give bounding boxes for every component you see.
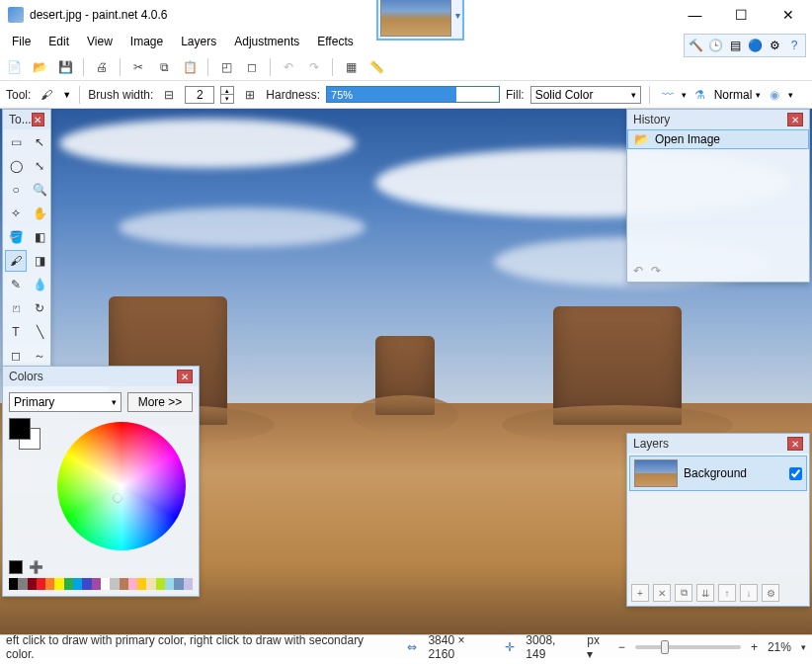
paint-bucket-tool[interactable]: 🪣: [5, 226, 27, 248]
layer-visibility-checkbox[interactable]: [789, 467, 802, 480]
text-tool[interactable]: T: [5, 321, 27, 343]
hardness-slider[interactable]: 75%: [326, 86, 500, 103]
rectangle-select-tool[interactable]: ▭: [5, 131, 27, 153]
zoom-slider[interactable]: [635, 645, 741, 649]
palette-swatch[interactable]: [156, 578, 165, 590]
gradient-tool[interactable]: ◧: [29, 226, 50, 248]
color-palette[interactable]: [9, 578, 193, 590]
paste-icon[interactable]: 📋: [180, 57, 200, 77]
layers-window-toggle[interactable]: ▤: [726, 37, 744, 54]
menu-effects[interactable]: Effects: [309, 33, 361, 50]
layer-properties-icon[interactable]: ⚙: [762, 584, 779, 602]
zoom-tool[interactable]: 🔍: [29, 179, 50, 201]
move-selection-tool[interactable]: ⤡: [29, 155, 50, 177]
current-tool-icon[interactable]: 🖌: [37, 85, 56, 105]
palette-swatch[interactable]: [174, 578, 183, 590]
color-picker-tool[interactable]: 💧: [29, 274, 50, 295]
move-selected-tool[interactable]: ↖: [29, 131, 50, 153]
palette-swatch[interactable]: [165, 578, 174, 590]
line-tool[interactable]: ╲: [29, 321, 50, 343]
layer-item[interactable]: Background: [629, 456, 807, 491]
unit-select[interactable]: px ▾: [587, 633, 608, 661]
palette-swatch[interactable]: [9, 578, 18, 590]
maximize-button[interactable]: ☐: [719, 1, 764, 29]
palette-swatch[interactable]: [128, 578, 137, 590]
palette-swatch[interactable]: [73, 578, 82, 590]
eraser-tool[interactable]: ◨: [29, 250, 50, 272]
palette-swatch[interactable]: [64, 578, 73, 590]
palette-swatch[interactable]: [110, 578, 119, 590]
zoom-in-icon[interactable]: +: [751, 640, 758, 654]
history-panel-close[interactable]: ✕: [787, 113, 803, 126]
move-up-icon[interactable]: ↑: [718, 584, 736, 602]
move-down-icon[interactable]: ↓: [740, 584, 758, 602]
minimize-button[interactable]: —: [673, 1, 717, 29]
color-wheel[interactable]: [57, 422, 186, 550]
palette-swatch[interactable]: [18, 578, 27, 590]
redo-icon[interactable]: ↷: [304, 57, 324, 77]
add-layer-icon[interactable]: +: [631, 584, 649, 602]
mini-swatch-primary[interactable]: [9, 560, 23, 574]
menu-edit[interactable]: Edit: [41, 33, 77, 50]
palette-swatch[interactable]: [101, 578, 110, 590]
lasso-select-tool[interactable]: ◯: [5, 155, 27, 177]
pan-tool[interactable]: ✋: [29, 203, 50, 224]
new-file-icon[interactable]: 📄: [4, 57, 24, 77]
recolor-tool[interactable]: ↻: [29, 297, 50, 319]
zoom-dropdown-icon[interactable]: ▾: [801, 642, 806, 652]
help-icon[interactable]: ?: [785, 37, 803, 54]
primary-color-swatch[interactable]: [9, 418, 31, 440]
palette-swatch[interactable]: [82, 578, 91, 590]
grid-icon[interactable]: ▦: [341, 57, 361, 77]
tool-dropdown-icon[interactable]: ▼: [62, 90, 71, 100]
magic-wand-tool[interactable]: ✧: [5, 203, 27, 224]
antialias-icon[interactable]: 〰: [658, 85, 678, 105]
overwrite-icon[interactable]: ◉: [765, 85, 784, 105]
thumbnail-dropdown-icon[interactable]: ▾: [455, 10, 460, 21]
merge-down-icon[interactable]: ⇊: [696, 584, 714, 602]
close-button[interactable]: ✕: [766, 1, 810, 29]
open-file-icon[interactable]: 📂: [30, 57, 49, 77]
zoom-out-icon[interactable]: −: [618, 640, 625, 654]
duplicate-layer-icon[interactable]: ⧉: [675, 584, 692, 602]
menu-file[interactable]: File: [4, 33, 39, 50]
color-mode-select[interactable]: Primary▾: [9, 392, 122, 412]
deselect-icon[interactable]: ◻: [242, 57, 262, 77]
palette-swatch[interactable]: [28, 578, 37, 590]
canvas-area[interactable]: To... ✕ ▭ ↖ ◯ ⤡ ○ 🔍 ✧ ✋ 🪣 ◧ 🖌 ◨ ✎ 💧 ⏍ ↻ …: [0, 109, 812, 634]
delete-layer-icon[interactable]: ✕: [653, 584, 671, 602]
palette-swatch[interactable]: [137, 578, 146, 590]
palette-swatch[interactable]: [184, 578, 193, 590]
palette-swatch[interactable]: [37, 578, 45, 590]
undo-icon[interactable]: ↶: [279, 57, 298, 77]
palette-swatch[interactable]: [146, 578, 155, 590]
pencil-tool[interactable]: ✎: [5, 274, 27, 295]
history-undo-icon[interactable]: ↶: [633, 264, 643, 278]
tools-window-toggle[interactable]: 🔨: [687, 37, 704, 54]
palette-swatch[interactable]: [45, 578, 54, 590]
blend-icon[interactable]: ⚗: [690, 85, 710, 105]
fill-select[interactable]: Solid Color▾: [530, 86, 641, 104]
add-color-icon[interactable]: ➕: [29, 560, 43, 574]
ellipse-select-tool[interactable]: ○: [5, 179, 27, 201]
history-redo-icon[interactable]: ↷: [651, 264, 661, 278]
ruler-icon[interactable]: 📏: [366, 57, 386, 77]
copy-icon[interactable]: ⧉: [154, 57, 174, 77]
menu-image[interactable]: Image: [122, 33, 171, 50]
brush-width-input[interactable]: [185, 86, 214, 104]
menu-layers[interactable]: Layers: [173, 33, 224, 50]
settings-icon[interactable]: ⚙: [766, 37, 783, 54]
brush-width-spinner[interactable]: ▴▾: [220, 86, 234, 104]
print-icon[interactable]: 🖨: [92, 57, 112, 77]
brush-increase-icon[interactable]: ⊞: [240, 85, 260, 105]
curve-tool[interactable]: ～: [29, 345, 50, 367]
history-item[interactable]: 📂 Open Image: [627, 129, 809, 149]
colors-panel-close[interactable]: ✕: [177, 370, 193, 383]
color-swatches[interactable]: [9, 418, 44, 454]
colors-window-toggle[interactable]: 🔵: [746, 37, 764, 54]
cut-icon[interactable]: ✂: [128, 57, 148, 77]
more-colors-button[interactable]: More >>: [127, 392, 193, 412]
tools-panel-close[interactable]: ✕: [32, 113, 44, 126]
paintbrush-tool[interactable]: 🖌: [5, 250, 27, 272]
brush-decrease-icon[interactable]: ⊟: [159, 85, 179, 105]
